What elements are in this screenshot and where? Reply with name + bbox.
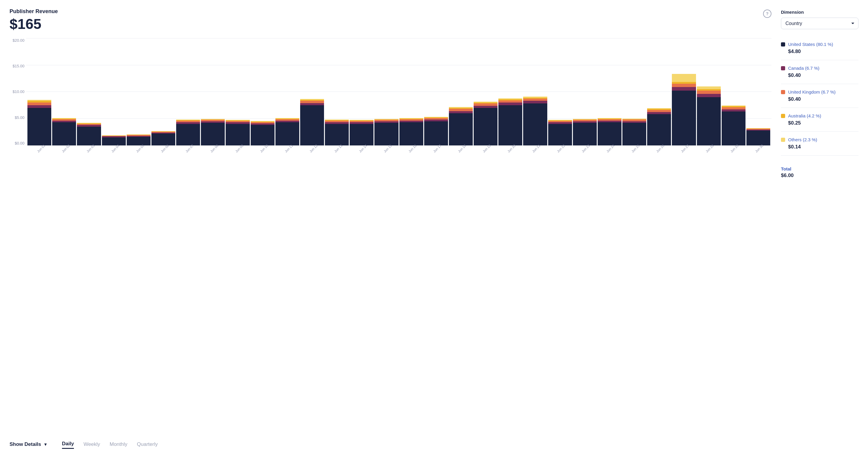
bar-segment-ca (722, 110, 745, 112)
bar-group[interactable] (548, 38, 572, 146)
bar-segment-ot (697, 86, 721, 89)
legend-dot (781, 66, 785, 70)
bar-group[interactable] (523, 38, 547, 146)
legend-dot (781, 138, 785, 142)
bar-group[interactable] (275, 38, 299, 146)
bar-segment-uk (647, 110, 671, 112)
legend-value: $0.14 (788, 144, 859, 150)
bars-container (26, 38, 771, 146)
bar-segment-ca (647, 112, 671, 114)
bar-segment-ca (697, 94, 721, 97)
bar-group[interactable] (350, 38, 373, 146)
period-tab-daily[interactable]: Daily (62, 439, 74, 449)
y-axis-labels: $20.00$15.00$10.00$5.00$0.00 (9, 38, 25, 146)
header-row: Publisher Revenue $165 ? (9, 8, 771, 32)
bar-stack (27, 100, 51, 146)
y-axis-label: $20.00 (9, 38, 25, 42)
legend-value: $4.80 (788, 49, 859, 55)
bar-group[interactable] (598, 38, 621, 146)
bar-segment-ca (523, 101, 547, 103)
bar-group[interactable] (176, 38, 200, 146)
bar-segment-ca (300, 103, 324, 105)
chevron-down-icon: ▼ (43, 442, 48, 447)
bar-segment-ca (449, 111, 473, 113)
bar-segment-uk (27, 102, 51, 105)
show-details-button[interactable]: Show Details ▼ (9, 442, 48, 447)
bar-group[interactable] (52, 38, 76, 146)
x-axis-labels: Jun 01Jun 02Jun 03Jun 04Jun 05Jun 06Jun … (26, 147, 771, 151)
bar-group[interactable] (201, 38, 225, 146)
title-section: Publisher Revenue $165 (9, 8, 58, 32)
bar-group[interactable] (151, 38, 175, 146)
period-tabs: DailyWeeklyMonthlyQuarterly (62, 439, 158, 449)
bar-segment-uk (523, 99, 547, 101)
chart-body (26, 38, 771, 146)
legend-value: $0.25 (788, 120, 859, 126)
legend-name: United States (80.1 %) (788, 42, 833, 47)
legend-value: $0.40 (788, 96, 859, 102)
period-tab-weekly[interactable]: Weekly (84, 440, 100, 449)
total-value-sidebar: $6.00 (781, 173, 859, 179)
chart-area: $20.00$15.00$10.00$5.00$0.00 Jun 01Jun 0… (9, 38, 771, 432)
legend-item: United Kingdom (6.7 %)$0.40 (781, 84, 859, 108)
bar-group[interactable] (449, 38, 473, 146)
bar-group[interactable] (325, 38, 349, 146)
bar-segment-ca (474, 106, 497, 108)
bar-group[interactable] (722, 38, 745, 146)
bar-group[interactable] (300, 38, 324, 146)
bar-segment-uk (449, 109, 473, 111)
bar-group[interactable] (399, 38, 423, 146)
main-content: Publisher Revenue $165 ? $20.00$15.00$10… (9, 8, 771, 449)
sidebar: Dimension CountryDeviceAd Type United St… (781, 8, 859, 449)
bar-group[interactable] (573, 38, 597, 146)
bar-group[interactable] (622, 38, 646, 146)
bar-stack (523, 97, 547, 146)
bar-group[interactable] (672, 38, 696, 146)
legend-item: Canada (6.7 %)$0.40 (781, 60, 859, 84)
legend-name: Others (2.3 %) (788, 137, 817, 142)
page-title: Publisher Revenue (9, 8, 58, 14)
dimension-label: Dimension (781, 9, 859, 14)
bar-group[interactable] (77, 38, 101, 146)
bar-segment-ot (672, 74, 696, 82)
bottom-controls: Show Details ▼ DailyWeeklyMonthlyQuarter… (9, 439, 771, 449)
dimension-select[interactable]: CountryDeviceAd Type (781, 18, 859, 29)
bar-group[interactable] (697, 38, 721, 146)
bar-group[interactable] (374, 38, 398, 146)
total-section: Total $6.00 (781, 155, 859, 179)
legend-header: Canada (6.7 %) (781, 66, 859, 71)
legend-header: Others (2.3 %) (781, 137, 859, 142)
bar-stack (697, 86, 721, 146)
period-tab-quarterly[interactable]: Quarterly (137, 440, 158, 449)
bar-group[interactable] (226, 38, 249, 146)
bar-segment-us (672, 91, 696, 146)
bar-group[interactable] (27, 38, 51, 146)
bar-segment-uk (697, 91, 721, 94)
legend-name: Canada (6.7 %) (788, 66, 819, 71)
legend-value: $0.40 (788, 72, 859, 79)
bar-group[interactable] (746, 38, 770, 146)
bar-group[interactable] (251, 38, 275, 146)
bar-group[interactable] (498, 38, 522, 146)
bar-group[interactable] (424, 38, 448, 146)
bar-segment-uk (722, 107, 745, 110)
legend-header: United States (80.1 %) (781, 42, 859, 47)
legend-list: United States (80.1 %)$4.80Canada (6.7 %… (781, 36, 859, 155)
bar-group[interactable] (102, 38, 126, 146)
bar-segment-us (697, 97, 721, 146)
bar-segment-uk (474, 103, 497, 105)
y-axis-label: $10.00 (9, 89, 25, 94)
help-icon[interactable]: ? (763, 9, 771, 18)
bar-segment-uk (498, 100, 522, 102)
bar-group[interactable] (127, 38, 151, 146)
page-container: Publisher Revenue $165 ? $20.00$15.00$10… (0, 0, 868, 456)
period-tab-monthly[interactable]: Monthly (110, 440, 128, 449)
legend-name: Australia (4.2 %) (788, 113, 821, 118)
bar-group[interactable] (474, 38, 497, 146)
legend-item: Australia (4.2 %)$0.25 (781, 108, 859, 132)
bar-group[interactable] (647, 38, 671, 146)
bar-segment-ca (498, 102, 522, 105)
bar-segment-uk (300, 101, 324, 103)
legend-name: United Kingdom (6.7 %) (788, 89, 836, 94)
bar-segment-uk (672, 84, 696, 87)
